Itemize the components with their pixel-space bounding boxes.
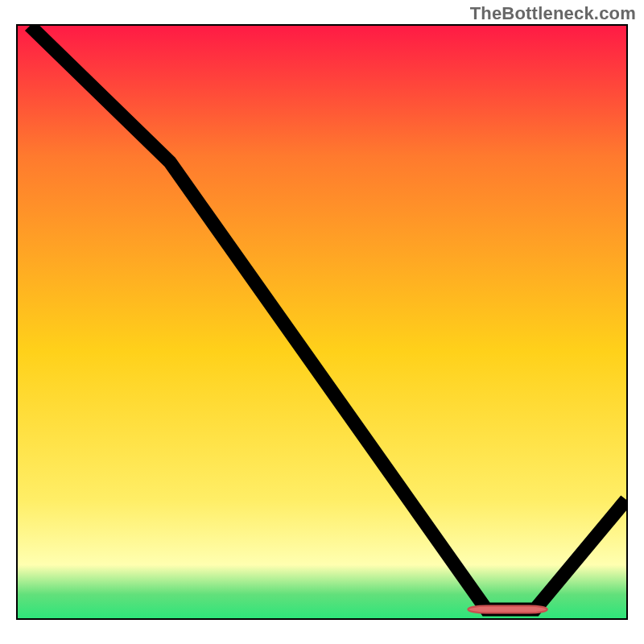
svg-rect-1: [468, 606, 547, 613]
plot-area: [18, 26, 626, 618]
highlight-marker: [18, 26, 626, 618]
watermark-label: TheBottleneck.com: [470, 3, 636, 24]
plot-frame: [16, 24, 628, 620]
